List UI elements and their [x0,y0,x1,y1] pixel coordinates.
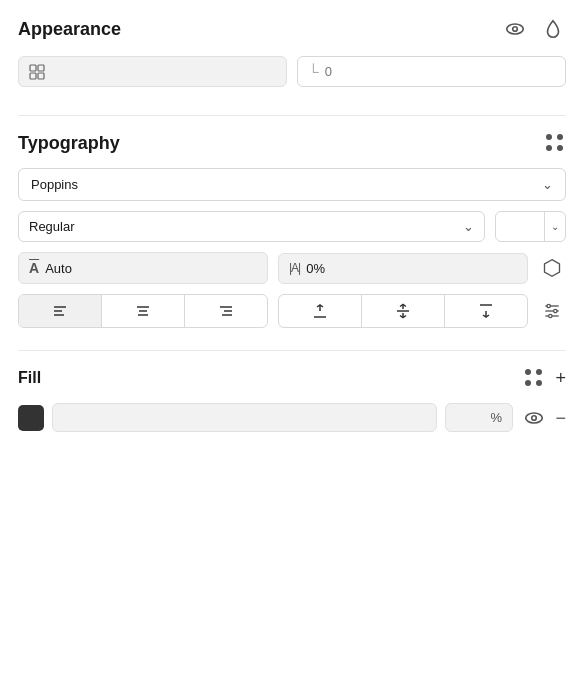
corner-input[interactable]: 0 [325,64,555,79]
fill-dots-button[interactable] [523,367,545,389]
dots-grid-icon [546,134,564,152]
font-size-input[interactable]: 11 [496,212,544,241]
svg-marker-6 [545,260,560,277]
fill-row: 333333 100 % − [18,403,566,432]
fill-eye-button[interactable] [521,405,547,431]
typography-header: Typography [18,132,566,154]
eye-icon [504,18,526,40]
svg-rect-3 [38,65,44,71]
fill-section: Fill + 333333 100 % − [0,351,584,448]
header-icon-group [502,16,566,42]
fill-dots-icon [525,369,543,387]
valign-top-icon [312,303,328,319]
fill-icon-group: + [523,367,566,389]
fill-color-value-box[interactable]: 333333 [52,403,437,432]
align-center-button[interactable] [102,295,185,327]
opacity-field[interactable]: 100% [18,56,287,87]
fill-opacity-box[interactable]: 100 % [445,403,513,432]
fill-header: Fill + [18,367,566,389]
svg-rect-4 [30,73,36,79]
grid-icon [29,64,45,80]
svg-rect-2 [30,65,36,71]
valign-bottom-icon [478,303,494,319]
fill-color-input[interactable]: 333333 [63,410,426,425]
dots-grid-button[interactable] [544,132,566,154]
chevron-down-icon: ⌄ [542,177,553,192]
letter-spacing-label: 0% [306,261,325,276]
drop-icon [542,18,564,40]
svg-point-28 [549,314,552,317]
line-height-icon: A [29,260,39,276]
align-right-button[interactable] [185,295,267,327]
typography-title: Typography [18,133,120,154]
hex-icon [542,258,562,278]
valign-middle-icon [395,303,411,319]
font-family-label: Poppins [31,177,78,192]
align-left-button[interactable] [19,295,102,327]
opacity-corner-row: 100% └ 0 [18,56,566,87]
font-style-select[interactable]: Regular ⌄ [18,211,485,242]
valign-top-button[interactable] [279,295,362,327]
typography-section: Typography Poppins ⌄ Regular ⌄ 11 ⌄ A Au… [0,116,584,350]
fill-title: Fill [18,369,41,387]
lineh-letterspacing-row: A Auto |A| 0% [18,252,566,284]
font-style-label: Regular [29,219,75,234]
appearance-panel: Appearance [0,0,584,115]
letter-spacing-field[interactable]: |A| 0% [278,253,528,284]
line-height-field[interactable]: A Auto [18,252,268,284]
appearance-header: Appearance [18,16,566,42]
svg-rect-5 [38,73,44,79]
corner-icon: └ [308,63,319,80]
font-style-size-row: Regular ⌄ 11 ⌄ [18,211,566,242]
fill-opacity-input[interactable]: 100 [454,410,486,425]
font-size-input-wrap[interactable]: 11 ⌄ [495,211,566,242]
corner-field[interactable]: └ 0 [297,56,566,87]
svg-point-1 [513,27,518,32]
align-right-icon [218,303,234,319]
opacity-input[interactable]: 100% [51,64,276,79]
valign-middle-button[interactable] [362,295,445,327]
line-height-label: Auto [45,261,72,276]
eye-icon-button[interactable] [502,16,528,42]
fill-remove-button[interactable]: − [555,409,566,427]
hex-icon-button[interactable] [538,254,566,282]
svg-point-0 [507,24,524,34]
chevron-down-icon-2: ⌄ [463,219,474,234]
sliders-icon [542,301,562,321]
valign-group [278,294,528,328]
text-align-group [18,294,268,328]
align-center-icon [135,303,151,319]
font-size-chevron[interactable]: ⌄ [544,212,565,241]
drop-icon-button[interactable] [540,16,566,42]
svg-point-26 [547,304,550,307]
sliders-icon-button[interactable] [538,297,566,325]
align-valign-row [18,294,566,328]
fill-color-swatch[interactable] [18,405,44,431]
font-family-select[interactable]: Poppins ⌄ [18,168,566,201]
fill-eye-icon [523,407,545,429]
align-left-icon [52,303,68,319]
opacity-percent-symbol: % [490,410,502,425]
page-title: Appearance [18,19,121,40]
valign-bottom-button[interactable] [445,295,527,327]
svg-point-27 [554,309,557,312]
svg-point-29 [526,412,543,422]
fill-add-button[interactable]: + [555,369,566,387]
letter-spacing-icon: |A| [289,261,300,275]
svg-point-30 [532,415,537,420]
